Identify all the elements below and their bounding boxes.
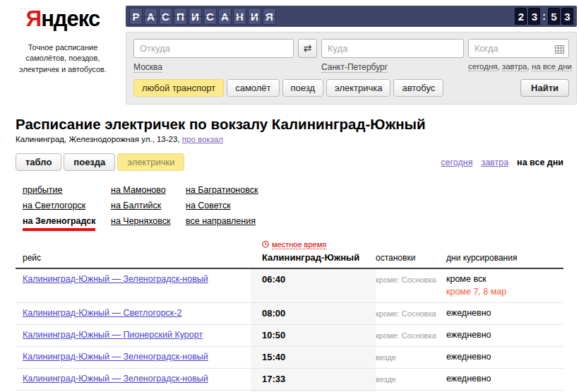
to-suggestion: Санкт-Петербург: [321, 62, 464, 72]
page-title: Расписание электричек по вокзалу Калинин…: [16, 116, 563, 133]
station-column-header: Калининград-Южный: [262, 252, 359, 263]
to-suggestion-link[interactable]: Санкт-Петербург: [321, 62, 388, 73]
route-cell: Калининград-Южный — Зеленоградск-новый: [16, 347, 251, 368]
search-panel: Москва ⇄ Санкт-Петербург сегодня, завтра…: [126, 32, 577, 105]
view-row: таблопоездаэлектрички сегоднязавтрана вс…: [16, 153, 563, 171]
departure-time-cell: 15:40: [251, 347, 376, 368]
when-link-2[interactable]: завтра: [502, 62, 527, 71]
days-text: кроме вск: [446, 274, 563, 284]
when-link-3[interactable]: на все дни: [532, 62, 572, 71]
direction-column: на Мамоновона Балтийскна Черняховск: [111, 185, 186, 232]
direction-link[interactable]: на Балтийск: [111, 201, 161, 210]
yandex-logo[interactable]: Яндекс: [0, 6, 126, 32]
direction-line: прибытие: [23, 185, 111, 201]
route-link[interactable]: Калининград-Южный — Зеленоградск-новый: [23, 374, 208, 384]
period-links: сегоднязавтрана все дни: [432, 158, 563, 167]
service-tagline: Точное расписаниесамолётов, поездов,элек…: [0, 42, 126, 75]
stops-cell: кроме: Сосновка: [376, 303, 446, 324]
when-input[interactable]: [468, 39, 569, 58]
from-input[interactable]: [133, 39, 294, 58]
stops-cell: кроме: Сосновка: [376, 325, 446, 346]
direction-line: на Мамоново: [111, 185, 186, 201]
schedule-body: Калининград-Южный — Зеленоградск-новый06…: [16, 269, 563, 392]
flap-letter-tile: И: [248, 8, 261, 25]
to-input[interactable]: [321, 39, 464, 58]
direction-link[interactable]: прибытие: [23, 185, 63, 195]
view-tab-поезда[interactable]: поезда: [64, 153, 115, 171]
direction-line: на Черняховск: [111, 216, 186, 232]
direction-line: на Зеленоградск: [23, 216, 111, 232]
view-tab-электрички[interactable]: электрички: [117, 153, 184, 171]
table-row: Калининград-Южный — Зеленоградск-новый15…: [16, 346, 563, 368]
table-row: Калининград-Южный — Пионерский Курорт10:…: [16, 324, 563, 346]
swap-icon: ⇄: [304, 42, 312, 54]
transport-tab[interactable]: поезд: [282, 79, 323, 97]
column-header-time: местное время Калининград-Южный: [251, 240, 376, 268]
direction-link[interactable]: на Светлогорск: [23, 201, 85, 210]
swap-directions-button[interactable]: ⇄: [298, 39, 317, 58]
departure-time-cell: 10:50: [251, 325, 376, 346]
flap-letter-tile: И: [189, 8, 202, 25]
direction-link[interactable]: на Мамоново: [111, 185, 166, 195]
route-cell: Калининград-Южный — Пионерский Курорт: [16, 325, 251, 346]
route-link[interactable]: Калининград-Южный — Светлогорск-2: [23, 308, 181, 318]
stops-cell: кроме: Сосновка: [376, 269, 446, 302]
route-link[interactable]: Калининград-Южный — Зеленоградск-новый: [23, 352, 208, 362]
tagline-line: самолётов, поездов,: [0, 53, 126, 64]
direction-column: на Багратионовскна Советсквсе направлени…: [186, 185, 258, 232]
station-address: Калининград, Железнодорожная ул., 13-23,…: [16, 135, 563, 143]
days-cell: ежедневно: [446, 325, 563, 346]
flap-letter-tile: С: [159, 8, 172, 25]
transport-tabs-row: любой транспортсамолётпоездэлектричкаавт…: [133, 79, 569, 97]
days-note: кроме 7, 8 мар: [446, 287, 563, 297]
direction-column: прибытиена Светлогорскна Зеленоградск: [23, 185, 111, 232]
view-tab-табло[interactable]: табло: [16, 153, 61, 171]
route-cell: Калининград-Южный — Зеленоградск-новый: [16, 369, 251, 390]
direction-link[interactable]: все направления: [186, 216, 256, 226]
flap-letter-tile: Н: [233, 8, 246, 25]
local-time-label: местное время: [262, 240, 326, 249]
calendar-icon[interactable]: [555, 44, 564, 57]
period-link[interactable]: завтра: [481, 158, 508, 167]
route-cell: Калининград-Южный — Светлогорск-2: [16, 303, 251, 324]
flap-letter-tile: А: [218, 8, 232, 25]
address-text: Калининград, Железнодорожная ул., 13-23,: [16, 135, 182, 143]
from-suggestion-link[interactable]: Москва: [133, 62, 162, 73]
column-header-route: рейс: [16, 240, 251, 268]
clock-colon: :: [542, 11, 546, 22]
direction-line: на Светлогорск: [23, 201, 111, 216]
tagline-line: электричек и автобусов.: [0, 64, 126, 75]
days-cell: кроме всккроме 7, 8 мар: [446, 269, 563, 302]
period-link[interactable]: сегодня: [441, 158, 472, 167]
transport-tab[interactable]: электричка: [326, 79, 390, 97]
top-area: Яндекс Точное расписаниесамолётов, поезд…: [0, 0, 579, 105]
from-suggestion: Москва: [133, 62, 294, 72]
direction-link[interactable]: на Советск: [186, 201, 231, 210]
flap-letter-tile: П: [174, 8, 187, 25]
masthead-title: РАСПИСАНИЯ: [129, 8, 276, 25]
route-link[interactable]: Калининград-Южный — Пионерский Курорт: [23, 330, 203, 340]
route-link[interactable]: Калининград-Южный — Зеленоградск-новый: [23, 274, 208, 284]
days-text: ежедневно: [446, 352, 563, 362]
view-tabs: таблопоездаэлектрички: [16, 153, 186, 171]
table-row: Калининград-Южный — Зеленоградск-новый17…: [16, 368, 563, 390]
direction-link[interactable]: на Черняховск: [111, 216, 171, 226]
schedule-table: рейс местное время Калининград-Южный ост…: [16, 240, 563, 392]
flap-letter-tile: А: [144, 8, 157, 25]
clock-digit: 3: [561, 8, 573, 25]
about-station-link[interactable]: про вокзал: [182, 135, 223, 143]
departure-time-cell: 06:40: [251, 269, 376, 302]
days-cell: ежедневно: [446, 303, 563, 324]
departure-time-cell: 08:00: [251, 303, 376, 324]
when-link-1[interactable]: сегодня: [468, 62, 498, 71]
masthead-clock: 23:53: [515, 8, 573, 25]
transport-tabs: любой транспортсамолётпоездэлектричкаавт…: [133, 79, 446, 97]
transport-tab[interactable]: любой транспорт: [133, 79, 224, 97]
transport-tab[interactable]: самолёт: [227, 79, 279, 97]
transport-tab[interactable]: автобус: [393, 79, 443, 97]
direction-link[interactable]: на Багратионовск: [186, 185, 258, 195]
local-time-text[interactable]: местное время: [272, 240, 326, 249]
clock-digit: 2: [515, 8, 527, 25]
clock-digit: 5: [548, 8, 560, 25]
find-button[interactable]: Найти: [520, 79, 569, 97]
